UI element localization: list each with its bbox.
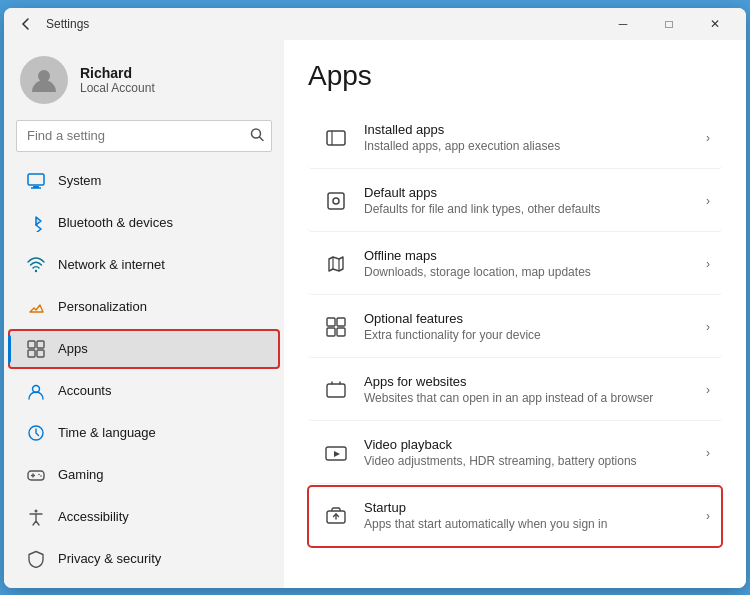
nav-item-system[interactable]: System bbox=[8, 161, 280, 201]
nav-item-privacy[interactable]: Privacy & security bbox=[8, 539, 280, 579]
user-name: Richard bbox=[80, 65, 155, 81]
svg-rect-29 bbox=[327, 328, 335, 336]
nav-item-windows-update[interactable]: Windows Update bbox=[8, 581, 280, 588]
svg-rect-21 bbox=[327, 131, 345, 145]
back-button[interactable] bbox=[12, 10, 40, 38]
time-label: Time & language bbox=[58, 425, 264, 440]
accessibility-icon bbox=[24, 505, 48, 529]
svg-rect-30 bbox=[337, 328, 345, 336]
privacy-icon bbox=[24, 547, 48, 571]
svg-rect-31 bbox=[327, 384, 345, 397]
installed-apps-title: Installed apps bbox=[364, 122, 706, 137]
startup-chevron: › bbox=[706, 509, 710, 523]
title-bar: Settings ─ □ ✕ bbox=[4, 8, 746, 40]
optional-features-icon bbox=[320, 311, 352, 343]
personalization-icon bbox=[24, 295, 48, 319]
personalization-label: Personalization bbox=[58, 299, 264, 314]
svg-rect-11 bbox=[37, 350, 44, 357]
apps-for-websites-chevron: › bbox=[706, 383, 710, 397]
apps-for-websites-desc: Websites that can open in an app instead… bbox=[364, 391, 706, 405]
nav-item-bluetooth[interactable]: Bluetooth & devices bbox=[8, 203, 280, 243]
video-playback-desc: Video adjustments, HDR streaming, batter… bbox=[364, 454, 706, 468]
privacy-label: Privacy & security bbox=[58, 551, 264, 566]
nav-item-accessibility[interactable]: Accessibility bbox=[8, 497, 280, 537]
settings-item-installed-apps[interactable]: Installed apps Installed apps, app execu… bbox=[308, 108, 722, 169]
startup-title: Startup bbox=[364, 500, 706, 515]
minimize-button[interactable]: ─ bbox=[600, 8, 646, 40]
apps-label: Apps bbox=[58, 341, 264, 356]
bluetooth-icon bbox=[24, 211, 48, 235]
nav-item-apps[interactable]: Apps bbox=[8, 329, 280, 369]
network-label: Network & internet bbox=[58, 257, 264, 272]
video-playback-chevron: › bbox=[706, 446, 710, 460]
maximize-button[interactable]: □ bbox=[646, 8, 692, 40]
window-title: Settings bbox=[46, 17, 600, 31]
svg-rect-27 bbox=[327, 318, 335, 326]
svg-point-19 bbox=[35, 509, 38, 512]
accessibility-label: Accessibility bbox=[58, 509, 264, 524]
apps-for-websites-text: Apps for websites Websites that can open… bbox=[364, 374, 706, 405]
default-apps-icon bbox=[320, 185, 352, 217]
nav-item-network[interactable]: Network & internet bbox=[8, 245, 280, 285]
svg-rect-8 bbox=[28, 341, 35, 348]
settings-item-startup[interactable]: Startup Apps that start automatically wh… bbox=[308, 486, 722, 547]
user-profile[interactable]: Richard Local Account bbox=[4, 40, 284, 116]
video-playback-icon bbox=[320, 437, 352, 469]
nav-item-time[interactable]: Time & language bbox=[8, 413, 280, 453]
main-content: Richard Local Account bbox=[4, 40, 746, 588]
accounts-label: Accounts bbox=[58, 383, 264, 398]
svg-rect-10 bbox=[28, 350, 35, 357]
startup-icon bbox=[320, 500, 352, 532]
user-info: Richard Local Account bbox=[80, 65, 155, 95]
gaming-icon bbox=[24, 463, 48, 487]
optional-features-desc: Extra functionality for your device bbox=[364, 328, 706, 342]
video-playback-title: Video playback bbox=[364, 437, 706, 452]
installed-apps-text: Installed apps Installed apps, app execu… bbox=[364, 122, 706, 153]
settings-window: Settings ─ □ ✕ Richard Local Account bbox=[4, 8, 746, 588]
nav-item-gaming[interactable]: Gaming bbox=[8, 455, 280, 495]
settings-item-apps-for-websites[interactable]: Apps for websites Websites that can open… bbox=[308, 360, 722, 421]
svg-marker-33 bbox=[334, 451, 340, 457]
bluetooth-label: Bluetooth & devices bbox=[58, 215, 264, 230]
svg-point-18 bbox=[40, 475, 42, 477]
sidebar: Richard Local Account bbox=[4, 40, 284, 588]
close-button[interactable]: ✕ bbox=[692, 8, 738, 40]
optional-features-chevron: › bbox=[706, 320, 710, 334]
settings-item-offline-maps[interactable]: Offline maps Downloads, storage location… bbox=[308, 234, 722, 295]
apps-for-websites-title: Apps for websites bbox=[364, 374, 706, 389]
settings-list: Installed apps Installed apps, app execu… bbox=[308, 108, 722, 549]
optional-features-text: Optional features Extra functionality fo… bbox=[364, 311, 706, 342]
offline-maps-title: Offline maps bbox=[364, 248, 706, 263]
gaming-label: Gaming bbox=[58, 467, 264, 482]
svg-rect-9 bbox=[37, 341, 44, 348]
svg-point-24 bbox=[333, 198, 339, 204]
svg-point-17 bbox=[38, 473, 40, 475]
svg-rect-28 bbox=[337, 318, 345, 326]
search-input[interactable] bbox=[16, 120, 272, 152]
svg-point-7 bbox=[35, 269, 37, 271]
settings-item-video-playback[interactable]: Video playback Video adjustments, HDR st… bbox=[308, 423, 722, 484]
installed-apps-icon bbox=[320, 122, 352, 154]
default-apps-desc: Defaults for file and link types, other … bbox=[364, 202, 706, 216]
nav-item-accounts[interactable]: Accounts bbox=[8, 371, 280, 411]
svg-rect-3 bbox=[28, 174, 44, 185]
default-apps-title: Default apps bbox=[364, 185, 706, 200]
search-box bbox=[16, 120, 272, 152]
settings-item-optional-features[interactable]: Optional features Extra functionality fo… bbox=[308, 297, 722, 358]
time-icon bbox=[24, 421, 48, 445]
avatar bbox=[20, 56, 68, 104]
offline-maps-text: Offline maps Downloads, storage location… bbox=[364, 248, 706, 279]
main-panel: Apps Installed apps Installed apps, app … bbox=[284, 40, 746, 588]
optional-features-title: Optional features bbox=[364, 311, 706, 326]
default-apps-text: Default apps Defaults for file and link … bbox=[364, 185, 706, 216]
apps-icon bbox=[24, 337, 48, 361]
offline-maps-icon bbox=[320, 248, 352, 280]
nav-item-personalization[interactable]: Personalization bbox=[8, 287, 280, 327]
page-title: Apps bbox=[308, 60, 722, 92]
settings-item-default-apps[interactable]: Default apps Defaults for file and link … bbox=[308, 171, 722, 232]
user-account-type: Local Account bbox=[80, 81, 155, 95]
apps-for-websites-icon bbox=[320, 374, 352, 406]
accounts-icon bbox=[24, 379, 48, 403]
startup-text: Startup Apps that start automatically wh… bbox=[364, 500, 706, 531]
installed-apps-desc: Installed apps, app execution aliases bbox=[364, 139, 706, 153]
